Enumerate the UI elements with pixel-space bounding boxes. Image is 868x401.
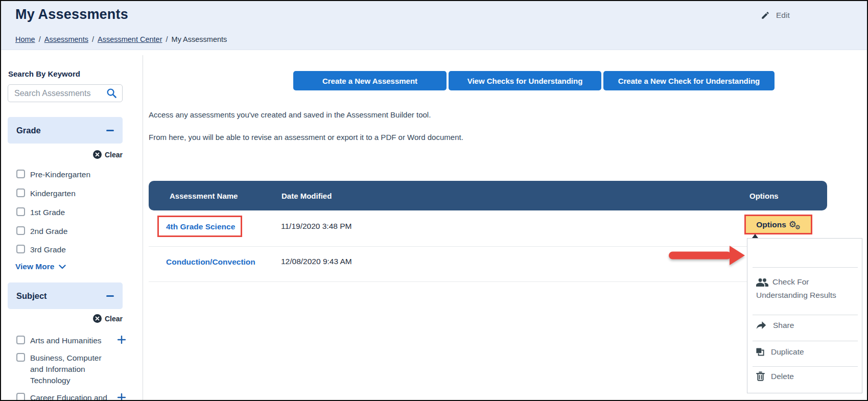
checkbox[interactable]	[16, 188, 25, 197]
sidebar-divider	[143, 55, 143, 401]
options-dropdown-menu: Edit Check For Understanding Results Sha…	[747, 238, 862, 393]
grade-section-title: Grade	[16, 126, 41, 135]
page-title: My Assessments	[15, 7, 128, 22]
checkbox[interactable]	[16, 170, 25, 178]
breadcrumb-separator: /	[166, 35, 168, 43]
date-modified-value: 12/08/2020 9:43 AM	[281, 257, 352, 266]
people-icon	[756, 278, 768, 290]
subject-option-business-computer-it[interactable]: Business, Computer and Information Techn…	[16, 352, 111, 386]
pencil-icon	[761, 11, 770, 20]
assessment-link-4th-grade-science[interactable]: 4th Grade Science	[166, 222, 235, 231]
column-options: Options	[749, 181, 779, 210]
subject-option-arts-and-humanities[interactable]: Arts and Humanities	[16, 335, 111, 346]
annotation-arrow	[668, 245, 746, 266]
breadcrumb-link-assessments[interactable]: Assessments	[44, 35, 88, 43]
menu-item-share[interactable]: Share	[756, 321, 794, 330]
chevron-down-icon	[59, 265, 66, 269]
duplicate-icon	[755, 347, 765, 357]
create-new-assessment-button[interactable]: Create a New Assessment	[293, 71, 447, 90]
subject-section-header[interactable]: Subject	[8, 282, 123, 309]
grade-option-pre-kindergarten[interactable]: Pre-Kindergarten	[16, 169, 90, 180]
create-new-check-for-understanding-button[interactable]: Create a New Check for Understanding	[603, 71, 775, 90]
collapse-minus-icon[interactable]	[106, 295, 114, 297]
row-divider	[149, 246, 827, 247]
subject-option-career-education[interactable]: Career Education and	[16, 392, 111, 401]
grade-section-header[interactable]: Grade	[8, 117, 123, 144]
grade-option-1st-grade[interactable]: 1st Grade	[16, 207, 65, 218]
subject-clear-button[interactable]: Clear	[8, 314, 123, 323]
breadcrumb-separator: /	[92, 35, 94, 43]
menu-item-delete[interactable]: Delete	[756, 371, 794, 381]
menu-item-duplicate[interactable]: Duplicate	[755, 347, 804, 357]
menu-item-edit[interactable]: Edit	[761, 11, 790, 20]
row-divider	[149, 281, 827, 282]
subject-section-title: Subject	[16, 291, 47, 301]
assessment-link-conduction-convection[interactable]: Conduction/Convection	[166, 257, 255, 267]
search-input[interactable]	[13, 88, 106, 99]
intro-line-2: From here, you will be able to revise an…	[149, 133, 463, 141]
breadcrumb: Home / Assessments / Assessment Center /…	[15, 35, 227, 43]
share-icon	[756, 321, 767, 330]
date-modified-value: 11/19/2020 3:48 PM	[281, 222, 351, 231]
column-assessment-name: Assessment Name	[170, 181, 238, 210]
search-icon[interactable]	[106, 88, 117, 99]
menu-divider	[753, 267, 858, 268]
intro-line-1: Access any assessments you've created an…	[149, 110, 431, 119]
my-assessments-page: My Assessments Home / Assessments / Asse…	[0, 0, 868, 401]
menu-divider	[753, 366, 858, 367]
grade-option-3rd-grade[interactable]: 3rd Grade	[16, 244, 66, 255]
trash-icon	[756, 371, 765, 381]
menu-divider	[753, 341, 858, 341]
options-button[interactable]: Options ⚙⚙	[744, 215, 812, 234]
grade-option-2nd-grade[interactable]: 2nd Grade	[16, 226, 67, 237]
expand-plus-icon[interactable]	[118, 393, 126, 401]
clear-label: Clear	[105, 315, 123, 323]
breadcrumb-link-home[interactable]: Home	[15, 35, 35, 43]
checkbox[interactable]	[16, 336, 25, 344]
collapse-minus-icon[interactable]	[106, 130, 114, 131]
grade-clear-button[interactable]: Clear	[8, 150, 123, 159]
view-checks-for-understanding-button[interactable]: View Checks for Understanding	[449, 71, 601, 90]
clear-x-icon	[93, 314, 102, 323]
search-assessments-box[interactable]	[8, 84, 123, 102]
expand-plus-icon[interactable]	[118, 336, 126, 344]
clear-label: Clear	[105, 151, 123, 159]
menu-caret	[752, 234, 758, 238]
checkbox[interactable]	[16, 207, 25, 216]
search-by-keyword-label: Search By Keyword	[8, 69, 80, 78]
breadcrumb-separator: /	[39, 35, 41, 43]
menu-item-check-for-understanding-results[interactable]: Check For Understanding Results	[756, 276, 838, 300]
grade-option-kindergarten[interactable]: Kindergarten	[16, 188, 76, 199]
column-date-modified: Date Modified	[281, 181, 332, 210]
checkbox[interactable]	[16, 393, 25, 401]
breadcrumb-link-assessment-center[interactable]: Assessment Center	[98, 35, 162, 43]
clear-x-icon	[93, 150, 102, 159]
checkbox[interactable]	[16, 353, 25, 362]
checkbox[interactable]	[16, 245, 25, 253]
view-more-link[interactable]: View More	[15, 262, 66, 271]
assessments-table-header: Assessment Name Date Modified Options	[149, 181, 827, 210]
breadcrumb-current: My Assessments	[172, 35, 227, 43]
checkbox[interactable]	[16, 226, 25, 235]
menu-divider	[753, 315, 858, 315]
gears-icon: ⚙⚙	[789, 220, 801, 229]
